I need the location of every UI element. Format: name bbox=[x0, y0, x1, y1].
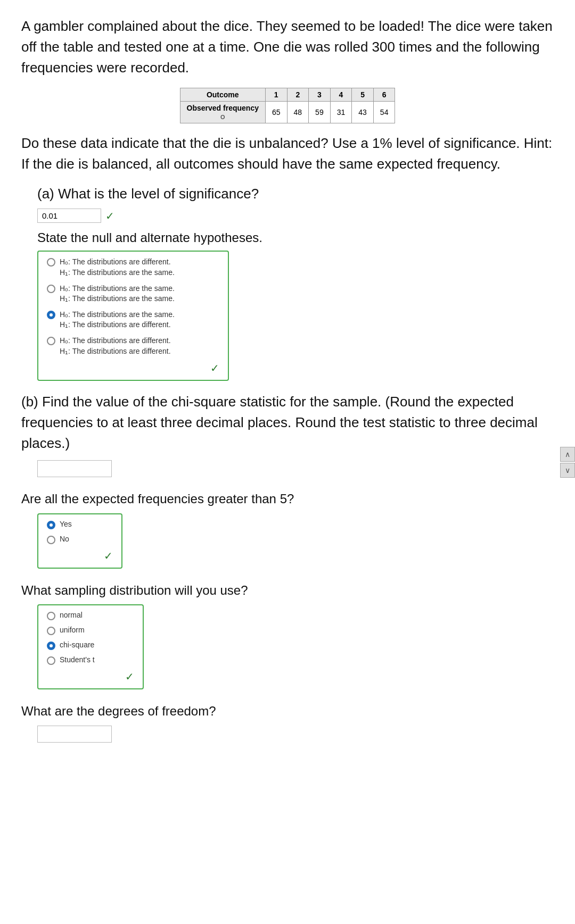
problem-text: A gambler complained about the dice. The… bbox=[21, 16, 554, 78]
freq-1: 65 bbox=[265, 102, 287, 123]
radio-yes[interactable] bbox=[47, 521, 55, 529]
outcome-5: 5 bbox=[352, 88, 374, 102]
hypothesis-option-3[interactable]: H₀: The distributions are the same. H₁: … bbox=[47, 310, 219, 330]
obs-freq-label: Observed frequency O bbox=[180, 102, 265, 123]
radio-students-t[interactable] bbox=[47, 656, 55, 665]
part-b-heading: (b) Find the value of the chi-square sta… bbox=[21, 392, 554, 454]
hypothesis-check: ✓ bbox=[47, 362, 219, 374]
radio-uniform[interactable] bbox=[47, 627, 55, 635]
radio-normal[interactable] bbox=[47, 612, 55, 620]
outcome-1: 1 bbox=[265, 88, 287, 102]
sampling-uniform[interactable]: uniform bbox=[47, 626, 134, 635]
radio-1[interactable] bbox=[47, 258, 55, 267]
radio-no[interactable] bbox=[47, 536, 55, 544]
radio-3[interactable] bbox=[47, 311, 55, 319]
radio-2[interactable] bbox=[47, 285, 55, 293]
radio-chi-square[interactable] bbox=[47, 642, 55, 650]
page-container: A gambler complained about the dice. The… bbox=[0, 0, 575, 924]
no-label: No bbox=[60, 535, 69, 543]
no-option[interactable]: No bbox=[47, 535, 113, 544]
outcome-2: 2 bbox=[287, 88, 309, 102]
scroll-down-button[interactable]: ∨ bbox=[560, 463, 575, 478]
yes-option[interactable]: Yes bbox=[47, 520, 113, 529]
outcome-4: 4 bbox=[330, 88, 352, 102]
freq-4: 31 bbox=[330, 102, 352, 123]
sampling-chi-square[interactable]: chi-square bbox=[47, 640, 134, 650]
expected-freq-question: Are all the expected frequencies greater… bbox=[21, 490, 554, 508]
outcome-6: 6 bbox=[373, 88, 395, 102]
hypothesis-option-2[interactable]: H₀: The distributions are the same. H₁: … bbox=[47, 284, 219, 304]
radio-4[interactable] bbox=[47, 337, 55, 345]
significance-input[interactable] bbox=[37, 209, 101, 223]
yes-no-check: ✓ bbox=[47, 550, 113, 562]
sampling-normal[interactable]: normal bbox=[47, 611, 134, 620]
freq-5: 43 bbox=[352, 102, 374, 123]
freq-6: 54 bbox=[373, 102, 395, 123]
degrees-input[interactable] bbox=[37, 726, 112, 743]
sampling-box: normal uniform chi-square Student's t ✓ bbox=[37, 604, 144, 689]
null-hypothesis-heading: State the null and alternate hypotheses. bbox=[37, 230, 554, 245]
hypothesis-text-3: H₀: The distributions are the same. H₁: … bbox=[60, 310, 175, 330]
normal-label: normal bbox=[60, 611, 83, 619]
frequency-table: Outcome 1 2 3 4 5 6 Observed frequency O… bbox=[180, 88, 396, 123]
outcome-3: 3 bbox=[309, 88, 331, 102]
hypothesis-text-2: H₀: The distributions are the same. H₁: … bbox=[60, 284, 175, 304]
part-a-heading: (a) What is the level of significance? bbox=[37, 184, 554, 203]
sampling-students-t[interactable]: Student's t bbox=[47, 655, 134, 665]
uniform-label: uniform bbox=[60, 626, 85, 634]
scroll-up-button[interactable]: ∧ bbox=[560, 447, 575, 462]
chi-square-input[interactable] bbox=[37, 460, 112, 477]
students-t-label: Student's t bbox=[60, 655, 95, 664]
main-question: Do these data indicate that the die is u… bbox=[21, 133, 554, 174]
hypothesis-text-4: H₀: The distributions are different. H₁:… bbox=[60, 336, 171, 356]
sampling-check: ✓ bbox=[47, 670, 134, 683]
hypothesis-option-4[interactable]: H₀: The distributions are different. H₁:… bbox=[47, 336, 219, 356]
yes-no-box: Yes No ✓ bbox=[37, 513, 122, 569]
sampling-distribution-question: What sampling distribution will you use? bbox=[21, 581, 554, 600]
freq-3: 59 bbox=[309, 102, 331, 123]
right-scrollbar: ∧ ∨ bbox=[560, 447, 575, 478]
yes-label: Yes bbox=[60, 520, 72, 528]
freq-2: 48 bbox=[287, 102, 309, 123]
significance-input-row: ✓ bbox=[21, 209, 554, 223]
chi-square-label: chi-square bbox=[60, 640, 94, 649]
hypothesis-text-1: H₀: The distributions are different. H₁:… bbox=[60, 257, 175, 278]
degrees-of-freedom-question: What are the degrees of freedom? bbox=[21, 702, 554, 720]
outcome-header: Outcome bbox=[180, 88, 265, 102]
hypothesis-option-1[interactable]: H₀: The distributions are different. H₁:… bbox=[47, 257, 219, 278]
hypothesis-options-box: H₀: The distributions are different. H₁:… bbox=[37, 251, 229, 381]
significance-check: ✓ bbox=[105, 210, 114, 222]
